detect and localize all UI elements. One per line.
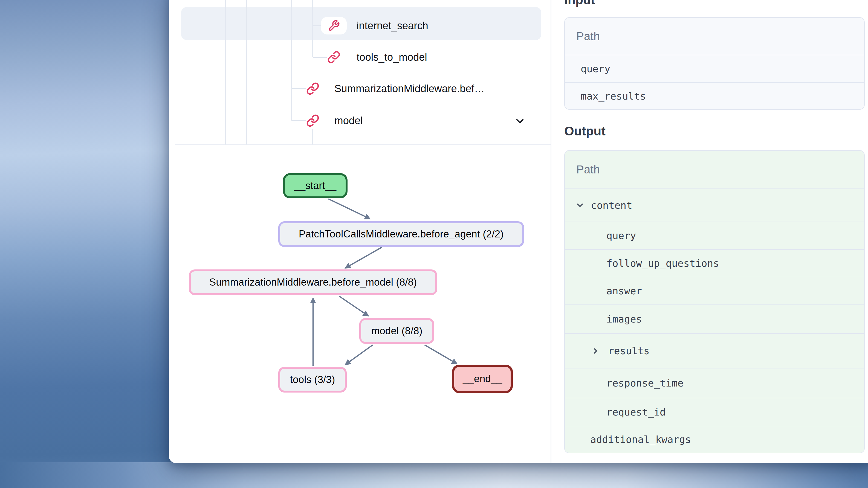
tree-item-summarization-middleware[interactable]: SummarizationMiddleware.bef… [334, 82, 485, 95]
graph-edges [169, 145, 551, 463]
tree-guide-line [246, 0, 247, 144]
edge-start-to-patch [329, 199, 370, 219]
graph-node-tools[interactable]: tools (3/3) [278, 367, 347, 393]
tree-guide-line [312, 129, 313, 144]
output-path-key: answer [607, 285, 642, 296]
graph-node-end[interactable]: __end__ [452, 365, 513, 393]
run-details-panel: Input Path query max_results Output Path… [564, 0, 865, 488]
tree-connector [313, 26, 321, 26]
table-row[interactable]: results [565, 333, 864, 368]
tree-item-tools-to-model[interactable]: tools_to_model [356, 51, 427, 64]
output-path-key: response_time [607, 378, 684, 389]
input-path-key: max_results [581, 91, 646, 102]
link-icon [327, 51, 340, 64]
chevron-down-icon[interactable] [575, 200, 585, 210]
tool-icon-badge [321, 17, 347, 34]
output-path-key: query [607, 230, 636, 241]
input-section-heading: Input [564, 0, 595, 7]
table-row[interactable]: follow_up_questions [565, 249, 864, 277]
tree-guide-line [225, 0, 226, 144]
chevron-down-icon[interactable] [514, 115, 526, 127]
tree-item-model[interactable]: model [334, 114, 363, 127]
tree-connector [292, 120, 306, 121]
output-path-key: request_id [607, 406, 666, 418]
graph-node-summarization-middleware[interactable]: SummarizationMiddleware.before_model (8/… [189, 269, 437, 295]
table-row[interactable]: content [565, 189, 864, 222]
output-path-key: follow_up_questions [607, 258, 719, 269]
output-table-header: Path [565, 151, 864, 189]
input-path-key: query [581, 63, 610, 74]
desktop: { "app": { "name": "trace-viewer-window"… [0, 0, 868, 488]
table-row[interactable]: additional_kwargs [565, 426, 864, 453]
table-row[interactable]: max_results [565, 82, 864, 109]
edge-summarization-to-model [339, 296, 368, 316]
output-path-key: results [608, 345, 650, 356]
panel-divider[interactable] [551, 0, 551, 463]
output-path-key: additional_kwargs [590, 434, 691, 445]
output-section-heading: Output [564, 124, 606, 138]
tree-item-internet-search[interactable]: internet_search [356, 19, 428, 32]
wrench-icon [328, 20, 340, 32]
table-row[interactable]: answer [565, 277, 864, 304]
input-table-header: Path [565, 18, 864, 55]
chevron-right-icon[interactable] [591, 347, 600, 355]
table-row[interactable]: query [565, 55, 864, 82]
output-path-table: Path content query follow_up_questions a… [564, 150, 865, 453]
edge-model-to-tools [345, 345, 373, 365]
tree-guide-line [312, 0, 313, 57]
tree-connector [292, 88, 306, 89]
table-row[interactable]: images [565, 304, 864, 333]
table-row[interactable]: query [565, 222, 864, 249]
edge-model-to-end [425, 345, 457, 364]
edge-patch-to-summarization [345, 247, 382, 268]
table-row[interactable]: request_id [565, 398, 864, 426]
link-icon [306, 82, 319, 95]
graph-node-patch-middleware[interactable]: PatchToolCallsMiddleware.before_agent (2… [278, 221, 524, 247]
graph-node-model[interactable]: model (8/8) [359, 318, 434, 344]
link-icon [306, 114, 319, 127]
table-row[interactable]: response_time [565, 368, 864, 398]
input-path-table: Path query max_results [564, 17, 865, 110]
tree-connector [313, 57, 327, 58]
output-path-key: content [591, 200, 632, 211]
graph-node-start[interactable]: __start__ [283, 173, 347, 198]
output-path-key: images [607, 314, 642, 325]
tree-guide-line [291, 0, 292, 121]
